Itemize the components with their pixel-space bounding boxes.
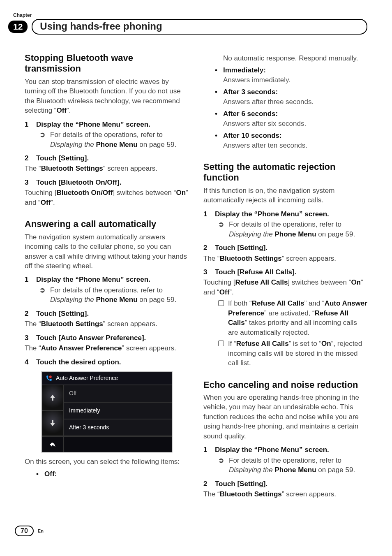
t: The “ xyxy=(203,255,220,262)
step-number: 1 xyxy=(203,209,209,219)
t: The “ xyxy=(25,344,41,352)
t: Bluetooth Settings xyxy=(220,255,282,262)
t: Off xyxy=(219,288,230,296)
t: Answers after three seconds. xyxy=(223,97,367,107)
option-immediately[interactable]: Immediately xyxy=(64,403,172,419)
t: on page 59. xyxy=(316,230,355,238)
cross-ref: ➲ For details of the operations, refer t… xyxy=(39,285,189,305)
step-text: Touch [Refuse All Calls]. xyxy=(215,267,367,277)
option-after-3-desc: After 3 seconds: Answers after three sec… xyxy=(215,87,367,107)
step-1: 1 Display the “Phone Menu” screen. xyxy=(25,120,189,129)
chapter-header: 12 Using hands-free phoning xyxy=(8,19,367,35)
ref-text: For details of the operations, refer to … xyxy=(229,220,367,239)
t: : xyxy=(55,470,57,478)
step-text: Touch [Setting]. xyxy=(215,243,367,253)
note-icon xyxy=(218,300,224,306)
step-body: The “Bluetooth Settings” screen appears. xyxy=(203,254,367,263)
intro-stop-bluetooth: You can stop transmission of electric wa… xyxy=(25,77,189,116)
scroll-up-button[interactable] xyxy=(42,385,63,411)
language-label: En xyxy=(38,528,44,533)
t: Phone Menu xyxy=(96,296,138,303)
t: Auto Answer Preference xyxy=(41,344,122,352)
t: Bluetooth Settings xyxy=(41,320,103,328)
step-3: 3 Touch [Bluetooth On/Off]. xyxy=(25,178,189,187)
t: Off xyxy=(44,470,55,478)
screenshot-scrollbar xyxy=(42,385,64,436)
option-after-6-desc: After 6 seconds: Answers after six secon… xyxy=(215,109,367,128)
step-number: 2 xyxy=(203,243,209,253)
heading-echo-cancel: Echo canceling and noise reduction xyxy=(203,380,367,390)
page: Chapter 12 Using hands-free phoning Stop… xyxy=(0,0,392,556)
t: ] switches between “ xyxy=(113,189,176,197)
screenshot-title: Auto Answer Preference xyxy=(56,374,118,382)
text: ”. xyxy=(67,107,71,114)
back-button[interactable] xyxy=(42,437,64,452)
t: ” screen appears. xyxy=(282,490,336,498)
t: Bluetooth Settings xyxy=(220,490,282,498)
step-number: 3 xyxy=(25,333,30,343)
screenshot-body: Off Immediately After 3 seconds xyxy=(42,385,172,436)
note-2: If “Refuse All Calls” is set to “On”, re… xyxy=(218,339,367,368)
ref-text: For details of the operations, refer to … xyxy=(229,456,367,475)
t: ” takes priority and all incoming calls … xyxy=(228,319,357,336)
t: ] switches between “ xyxy=(288,278,351,286)
step-1: 1 Display the “Phone Menu” screen. xyxy=(25,275,189,284)
step-text: Display the “Phone Menu” screen. xyxy=(215,445,367,454)
step-number: 3 xyxy=(203,267,209,277)
step-text: Touch the desired option. xyxy=(36,357,189,367)
svg-point-0 xyxy=(49,375,52,378)
t: ”. xyxy=(229,288,233,296)
content-columns: Stopping Bluetooth wave transmission You… xyxy=(25,53,367,499)
text-bold: Bluetooth Settings xyxy=(41,164,103,172)
step-2: 2 Touch [Setting]. xyxy=(25,309,189,318)
t: on page 59. xyxy=(316,466,355,474)
t: After 10 seconds xyxy=(223,132,279,139)
step-text: Display the “Phone Menu” screen. xyxy=(36,275,189,284)
intro-answer-auto: The navigation system automatically answ… xyxy=(25,232,189,271)
step-number: 2 xyxy=(203,479,209,489)
reference-arrow-icon: ➲ xyxy=(39,130,46,149)
t: Answers after six seconds. xyxy=(223,119,367,128)
text: For details of the operations, refer to xyxy=(50,131,163,139)
screenshot-bottombar xyxy=(42,436,172,452)
t: ”. xyxy=(51,199,55,206)
cross-ref: ➲ For details of the operations, refer t… xyxy=(39,130,189,149)
step-number: 1 xyxy=(25,120,30,129)
option-after-3-seconds[interactable]: After 3 seconds xyxy=(64,419,172,436)
text: ” screen appears. xyxy=(103,164,157,172)
t: ” are activated, “ xyxy=(264,309,315,317)
t: After 6 seconds xyxy=(223,110,276,118)
t: Refuse All Calls xyxy=(235,278,288,286)
t: ” screen appears. xyxy=(122,344,176,352)
text: You can stop transmission of electric wa… xyxy=(25,78,181,114)
option-off[interactable]: Off xyxy=(64,385,172,402)
step-body: The “Bluetooth Settings” screen appears. xyxy=(203,489,367,499)
t: Phone Menu xyxy=(275,230,316,238)
t: Touching [ xyxy=(25,189,57,197)
step-1: 1 Display the “Phone Menu” screen. xyxy=(203,445,367,454)
t: Answers immediately. xyxy=(223,75,367,85)
step-body: Touching [Refuse All Calls] switches bet… xyxy=(203,278,367,297)
t: Bluetooth On/Off xyxy=(57,189,113,197)
t: Displaying the xyxy=(229,466,275,474)
left-column: Stopping Bluetooth wave transmission You… xyxy=(25,53,189,499)
t: On xyxy=(176,189,186,197)
step-2: 2 Touch [Setting]. xyxy=(25,153,189,163)
t: The “ xyxy=(25,320,41,328)
cross-ref: ➲ For details of the operations, refer t… xyxy=(218,220,367,239)
t: For details of the operations, refer to xyxy=(229,220,341,228)
auto-answer-screenshot: Auto Answer Preference Off Immediately xyxy=(41,371,173,453)
cross-ref: ➲ For details of the operations, refer t… xyxy=(218,456,367,475)
intro-auto-rejection: If this function is on, the navigation s… xyxy=(203,186,367,205)
step-text: Display the “Phone Menu” screen. xyxy=(36,120,189,129)
step-text: Touch [Auto Answer Preference]. xyxy=(36,333,189,343)
scroll-down-button[interactable] xyxy=(42,411,63,436)
step-2: 2 Touch [Setting]. xyxy=(203,479,367,489)
step-number: 2 xyxy=(25,309,30,318)
step-number: 1 xyxy=(203,445,209,454)
option-after-10-desc: After 10 seconds: Answers after ten seco… xyxy=(215,131,367,150)
ref-text: For details of the operations, refer to … xyxy=(50,285,189,305)
chapter-label: Chapter xyxy=(13,12,367,18)
page-footer: 70 En xyxy=(15,526,44,536)
t: Off xyxy=(41,199,51,206)
